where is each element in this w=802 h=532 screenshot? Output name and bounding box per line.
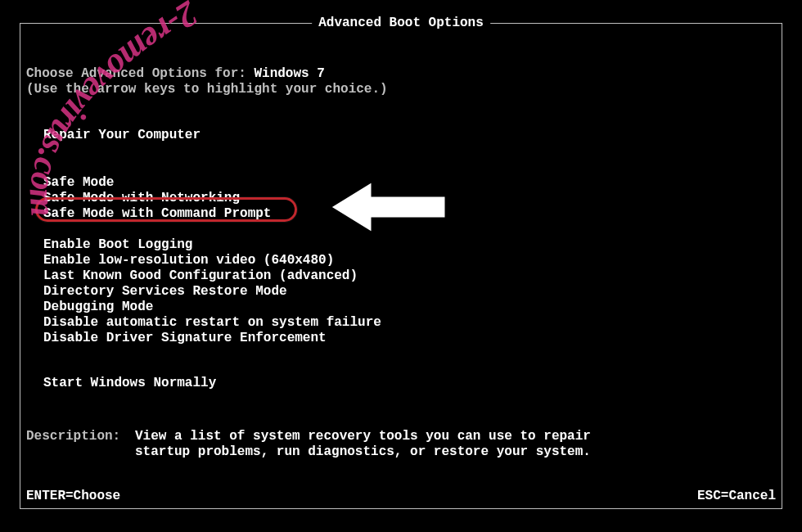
screen-border: Advanced Boot Options Choose Advanced Op…: [20, 23, 782, 509]
description-line-2: startup problems, run diagnostics, or re…: [135, 444, 591, 459]
description-label: Description:: [26, 429, 120, 444]
footer-esc: ESC=Cancel: [697, 489, 776, 503]
menu-safe-mode-networking[interactable]: Safe Mode with Networking: [43, 191, 240, 205]
content-area: Choose Advanced Options for: Windows 7 (…: [20, 66, 782, 508]
intro-os-name: Windows 7: [254, 66, 324, 81]
menu-safe-mode[interactable]: Safe Mode: [43, 175, 114, 190]
menu-repair-computer[interactable]: Repair Your Computer: [43, 128, 200, 142]
menu-start-normally[interactable]: Start Windows Normally: [43, 376, 216, 390]
menu-enable-boot-logging[interactable]: Enable Boot Logging: [43, 237, 192, 252]
pointing-arrow-icon: [315, 166, 462, 248]
menu-low-res-video[interactable]: Enable low-resolution video (640x480): [43, 253, 334, 268]
menu-safe-mode-command-prompt[interactable]: Safe Mode with Command Prompt: [43, 206, 271, 221]
menu-directory-services-restore[interactable]: Directory Services Restore Mode: [43, 284, 287, 299]
menu-last-known-good[interactable]: Last Known Good Configuration (advanced): [43, 268, 358, 283]
intro-line-1: Choose Advanced Options for: Windows 7: [26, 66, 325, 81]
intro-line-2: (Use the arrow keys to highlight your ch…: [26, 82, 388, 97]
menu-disable-driver-sig[interactable]: Disable Driver Signature Enforcement: [43, 331, 327, 345]
intro-prefix: Choose Advanced Options for:: [26, 66, 254, 81]
page-title: Advanced Boot Options: [312, 16, 490, 30]
description-line-1: View a list of system recovery tools you…: [135, 429, 591, 444]
menu-debugging-mode[interactable]: Debugging Mode: [43, 300, 153, 314]
menu-disable-auto-restart[interactable]: Disable automatic restart on system fail…: [43, 315, 381, 330]
footer-enter: ENTER=Choose: [26, 489, 120, 503]
